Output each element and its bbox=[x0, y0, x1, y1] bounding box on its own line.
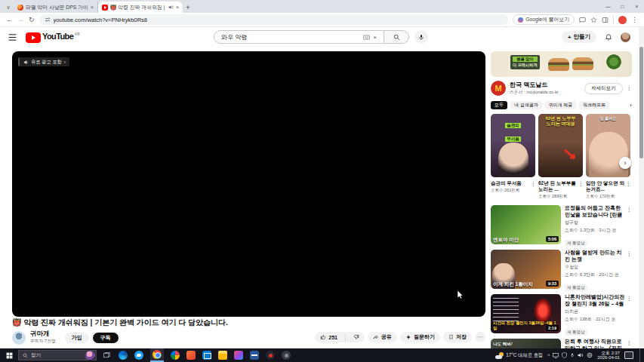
search-box[interactable]: × bbox=[214, 30, 384, 44]
more-options-icon[interactable] bbox=[627, 340, 633, 346]
ask-google-button[interactable]: Google에 물어보기 bbox=[513, 14, 575, 25]
edge-icon[interactable] bbox=[119, 351, 128, 360]
chip-search-results[interactable]: 내 검색결과 bbox=[510, 101, 542, 109]
ad-cta-button[interactable]: 자세히보기 bbox=[584, 83, 623, 94]
profile-avatar[interactable] bbox=[618, 16, 627, 24]
reload-button[interactable] bbox=[29, 17, 35, 23]
browser-tab-guide[interactable]: 파멸 악마 사냥꾼 DPS 가이드 bbox=[14, 2, 98, 13]
mic-icon[interactable] bbox=[570, 352, 575, 358]
photos-icon[interactable] bbox=[171, 351, 180, 360]
display-icon[interactable] bbox=[553, 353, 559, 358]
keyboard-icon[interactable] bbox=[363, 35, 370, 40]
youtube-logo[interactable]: YouTube KR bbox=[26, 32, 79, 43]
video-title[interactable]: 은퇴 후 여행사 직원으로 일하고 하고 있는 《전직 특수부대원》 을 .. bbox=[565, 339, 626, 348]
paid-promotion-badge[interactable]: 유료 광고 포함 bbox=[18, 57, 69, 66]
menu-icon[interactable] bbox=[8, 34, 17, 41]
related-video[interactable]: 나도 해봐! 은퇴 후 여행사 직원으로 일하고 하고 있는 《전직 특수부대원… bbox=[491, 339, 632, 348]
video-thumbnail[interactable]: 이게 치킨 1황이지 9:33 bbox=[491, 250, 561, 289]
chrome-taskbar-button[interactable] bbox=[150, 348, 164, 362]
related-video[interactable]: 이게 치킨 1황이지 9:33 사람을 열받게 만드는 치킨 논쟁 우정잉 조회… bbox=[491, 250, 632, 292]
side-panel-icon[interactable] bbox=[602, 17, 609, 23]
channel-avatar[interactable] bbox=[12, 331, 26, 345]
carousel-next-button[interactable] bbox=[619, 157, 631, 169]
short-item[interactable]: 입만 안 닿으면 되는거죠... 조회수 170만회 bbox=[586, 180, 630, 199]
clear-search-icon[interactable]: × bbox=[373, 34, 377, 41]
advertiser-name[interactable]: 한국 맥도날드 bbox=[510, 81, 559, 88]
security-icon[interactable] bbox=[562, 352, 567, 358]
browser-tab-youtube[interactable]: 👹 악령 진짜 개쉬워짐 | 기 bbox=[98, 2, 183, 13]
video-player[interactable]: 유료 광고 포함 bbox=[12, 51, 485, 317]
tab-close-icon[interactable] bbox=[91, 5, 94, 10]
tab-close-icon[interactable] bbox=[176, 5, 179, 10]
ad-more-options-icon[interactable] bbox=[627, 85, 633, 91]
save-button[interactable]: 저장 bbox=[443, 332, 472, 342]
minimize-button[interactable] bbox=[601, 0, 615, 12]
short-thumbnail[interactable]: 62년 된 노부부노리는 여대생 bbox=[538, 114, 583, 177]
video-title[interactable]: 니혼차만레벨업)시간의전장 챌린지 3월 26일 – 4월 1일 bbox=[565, 294, 626, 307]
video-title[interactable]: 사람을 열받게 만드는 치킨 논쟁 bbox=[565, 250, 626, 262]
video-title[interactable]: 요정들의 어둡고 잔혹한 민낯을 보았습니다 [린클 EP.14] bbox=[565, 205, 626, 218]
app-icon-dark[interactable] bbox=[282, 351, 291, 360]
account-avatar[interactable] bbox=[621, 32, 630, 42]
short-item[interactable]: 습관의 무서움 조회수 261만회 bbox=[491, 180, 535, 199]
search-highlight-image[interactable] bbox=[85, 351, 95, 360]
short-title[interactable]: 62년 된 노부부를 노리는 ... bbox=[538, 180, 578, 192]
ad-banner[interactable]: 봄을 맞아 더 프레시하게 bbox=[491, 51, 632, 77]
tab-audio-icon[interactable] bbox=[168, 5, 174, 10]
weather-widget[interactable]: 17°C 대체로 흐림 bbox=[495, 352, 543, 359]
twitter-icon[interactable] bbox=[134, 351, 143, 360]
related-video[interactable]: 엔트야 미안 5:06 요정들의 어둡고 잔혹한 민낯을 보았습니다 [린클 E… bbox=[491, 205, 632, 247]
short-item[interactable]: 62년 된 노부부를 노리는 ... 조회수 289만회 bbox=[538, 180, 583, 199]
url-field[interactable]: youtube.com/watch?v=PNHrykb0Rs8 bbox=[39, 14, 509, 25]
short-title[interactable]: 입만 안 닿으면 되는거죠... bbox=[586, 180, 625, 192]
network-icon[interactable] bbox=[587, 352, 593, 358]
create-button[interactable]: 만들기 bbox=[562, 31, 596, 43]
channel-name[interactable]: 라치온 bbox=[565, 308, 578, 315]
scrollbar-thumb[interactable] bbox=[639, 47, 643, 158]
short-thumbnail[interactable]: 습관의무서움 bbox=[491, 114, 535, 177]
channel-name[interactable]: 양구령 bbox=[565, 219, 578, 226]
like-button[interactable]: 251 bbox=[315, 332, 343, 342]
ask-button[interactable]: 질문하기 bbox=[400, 332, 440, 342]
search-button[interactable] bbox=[384, 30, 409, 44]
bookmark-star-icon[interactable] bbox=[590, 17, 597, 23]
more-options-icon[interactable] bbox=[627, 251, 633, 257]
more-options-icon[interactable] bbox=[578, 181, 584, 187]
video-thumbnail[interactable]: 나도 해봐! bbox=[491, 339, 561, 348]
mail-icon[interactable] bbox=[202, 351, 211, 360]
short-title[interactable]: 습관의 무서움 bbox=[491, 180, 530, 186]
join-button[interactable]: 가입 bbox=[65, 333, 89, 343]
more-actions-button[interactable] bbox=[475, 332, 485, 342]
channel-name[interactable]: 우정잉 bbox=[565, 264, 578, 271]
chip-all[interactable]: 모두 bbox=[491, 101, 507, 109]
app-icon-orange[interactable] bbox=[186, 351, 196, 360]
more-options-icon[interactable] bbox=[627, 296, 633, 302]
cast-icon[interactable] bbox=[579, 17, 586, 23]
search-input[interactable] bbox=[221, 34, 360, 41]
dislike-button[interactable] bbox=[348, 332, 365, 342]
mcdonalds-logo[interactable]: M bbox=[491, 81, 506, 96]
app-icon-blue[interactable] bbox=[250, 351, 259, 360]
app-icon-colorful[interactable] bbox=[234, 351, 243, 360]
share-button[interactable]: 공유 bbox=[368, 332, 397, 342]
taskbar-clock[interactable]: 오후 2:37 2026-04-01 bbox=[597, 351, 620, 360]
chip-from-channel[interactable]: 귀마개 제공 bbox=[545, 101, 577, 109]
voice-search-button[interactable] bbox=[414, 30, 428, 44]
subscribe-button[interactable]: 구독 bbox=[93, 333, 119, 343]
site-info-icon[interactable] bbox=[45, 17, 51, 23]
related-video[interactable]: 시간의 전장 챌린지 3월26일~4월 1일 2:19 니혼차만레벨업)시간의전… bbox=[491, 294, 632, 336]
video-thumbnail[interactable]: 엔트야 미안 5:06 bbox=[491, 205, 561, 244]
forward-button[interactable] bbox=[17, 17, 24, 23]
channel-name[interactable]: 귀마개 bbox=[30, 330, 56, 337]
tab-search-icon[interactable]: ∨ bbox=[3, 2, 14, 13]
maximize-button[interactable] bbox=[615, 0, 630, 12]
close-button[interactable] bbox=[630, 0, 644, 12]
chips-more-icon[interactable] bbox=[630, 102, 632, 109]
more-options-icon[interactable] bbox=[627, 207, 633, 213]
volume-icon[interactable] bbox=[578, 352, 584, 358]
task-view-button[interactable] bbox=[103, 352, 110, 359]
show-hidden-icons-button[interactable] bbox=[547, 353, 550, 358]
app-icon-dark-red[interactable] bbox=[266, 351, 275, 360]
taskbar-search-box[interactable]: 찾기 bbox=[18, 350, 97, 360]
new-tab-button[interactable] bbox=[183, 2, 193, 13]
